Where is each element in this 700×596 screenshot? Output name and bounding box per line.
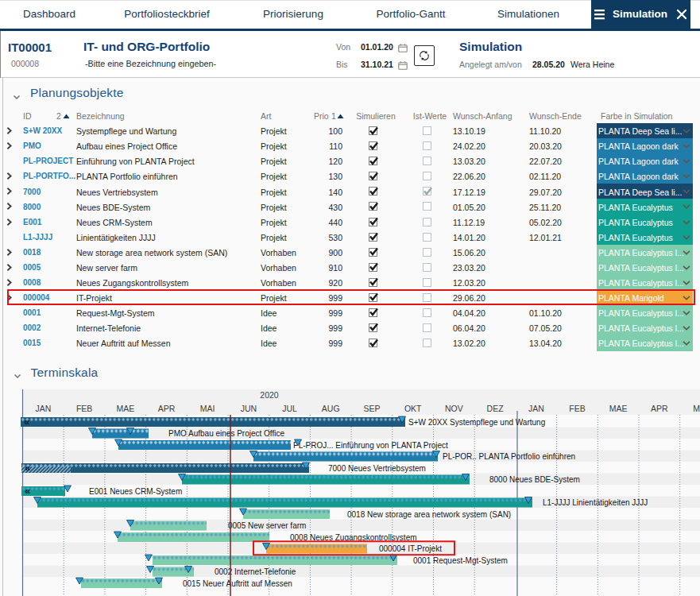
svg-text:0018 New storage area network: 0018 New storage area network system (SA… [347, 510, 511, 519]
svg-text:JAN: JAN [528, 404, 544, 413]
svg-text:8000 Neues BDE-System: 8000 Neues BDE-System [489, 475, 580, 484]
svg-text:PL-POR.. PLANTA Portfolio ein: PL-POR.. PLANTA Portfolio einführen [443, 452, 575, 461]
svg-text:E001 Neues CRM-System: E001 Neues CRM-System [89, 487, 182, 496]
svg-text:JAN: JAN [35, 404, 51, 413]
svg-text:2020: 2020 [260, 390, 279, 400]
svg-text:0002 Internet-Telefonie: 0002 Internet-Telefonie [215, 567, 296, 576]
svg-text:FEB: FEB [76, 404, 92, 413]
svg-text:MAE: MAE [609, 404, 628, 413]
svg-text:NOV: NOV [445, 404, 463, 413]
svg-text:JUL: JUL [282, 404, 297, 413]
svg-text:AUG: AUG [322, 404, 340, 413]
svg-text:«: « [25, 485, 30, 497]
svg-text:PMO Aufbau eines Project Offi: PMO Aufbau eines Project Office [168, 429, 284, 438]
svg-text:APR: APR [158, 404, 176, 413]
svg-text:7000 Neues Vertriebsystem: 7000 Neues Vertriebsystem [328, 464, 426, 473]
svg-text:MAE: MAE [116, 404, 134, 413]
svg-text:DEZ: DEZ [487, 404, 505, 413]
svg-text:JUN: JUN [241, 404, 257, 413]
svg-text:0005 New server farm: 0005 New server farm [228, 521, 306, 530]
svg-text:MAI: MAI [200, 404, 215, 413]
svg-text:000004 IT-Projekt: 000004 IT-Projekt [379, 544, 442, 553]
svg-text:0015 Neuer Auftritt auf Messe: 0015 Neuer Auftritt auf Messen [183, 579, 292, 588]
svg-text:0001 Request-Mgt-System: 0001 Request-Mgt-System [413, 556, 508, 565]
svg-text:«: « [25, 462, 30, 474]
svg-text:S+W 20XX Systempflege und Wart: S+W 20XX Systempflege und Wartung [408, 418, 545, 427]
svg-text:0008 Neues Zugangskontrollsys: 0008 Neues Zugangskontrollsystem [290, 533, 417, 542]
svg-text:OKT: OKT [404, 404, 422, 413]
svg-text:APR: APR [651, 404, 668, 413]
svg-text:PL-PROJ... Einführung von PLA: PL-PROJ... Einführung von PLANTA Project [293, 441, 448, 450]
svg-text:L1-JJJJ Linientätigkeiten JJJ: L1-JJJJ Linientätigkeiten JJJJ [543, 498, 648, 507]
svg-text:SEP: SEP [363, 404, 380, 413]
svg-text:«: « [24, 416, 29, 428]
svg-text:MAI: MAI [693, 404, 700, 413]
svg-text:FEB: FEB [569, 404, 585, 413]
